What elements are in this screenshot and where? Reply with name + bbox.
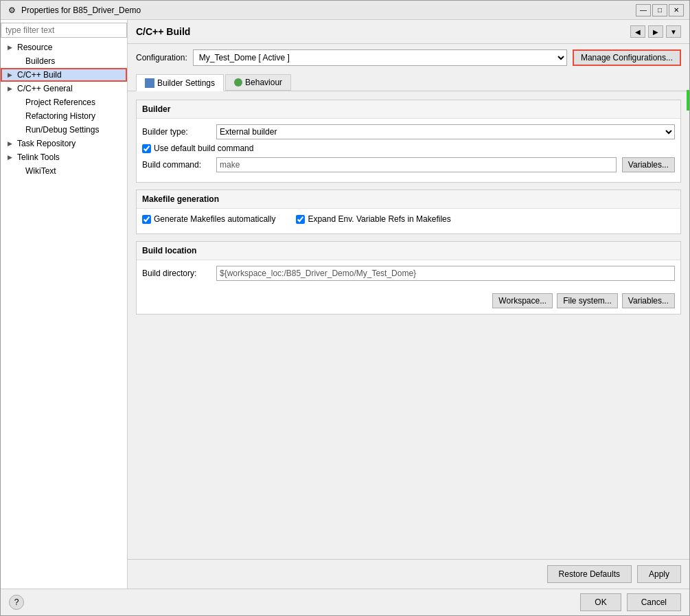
location-buttons: Workspace... File system... Variables... <box>137 290 680 314</box>
green-bar-indicator <box>687 90 689 111</box>
help-button[interactable]: ? <box>9 595 24 610</box>
expand-env-label: Expand Env. Variable Refs in Makefiles <box>308 214 450 224</box>
use-default-row: Use default build command <box>142 144 675 153</box>
cancel-button[interactable]: Cancel <box>627 593 681 611</box>
sidebar-item-label: Task Repository <box>17 139 76 148</box>
minimize-button[interactable]: — <box>636 4 651 16</box>
expand-icon: ▶ <box>8 44 14 51</box>
sidebar-item-refactoring-history[interactable]: Refactoring History <box>1 109 127 123</box>
builder-section-body: Builder type: External builder Use defau… <box>137 119 680 182</box>
makefile-section-body: Generate Makefiles automatically Expand … <box>137 209 680 233</box>
tab-builder-settings-label: Builder Settings <box>157 78 215 88</box>
config-select[interactable]: My_Test_Dome [ Active ] <box>193 49 567 66</box>
build-directory-input[interactable] <box>216 266 675 281</box>
workspace-button[interactable]: Workspace... <box>492 293 553 308</box>
sidebar-item-builders[interactable]: Builders <box>1 54 127 68</box>
restore-defaults-button[interactable]: Restore Defaults <box>547 565 632 583</box>
back-button[interactable]: ◀ <box>630 25 645 38</box>
search-input[interactable] <box>1 23 127 38</box>
expand-env-row: Expand Env. Variable Refs in Makefiles <box>296 214 450 224</box>
sidebar-item-project-references[interactable]: Project References <box>1 95 127 109</box>
use-default-checkbox[interactable] <box>142 144 151 153</box>
tab-bar: Builder Settings Behaviour <box>128 71 689 91</box>
spacer <box>16 126 23 133</box>
behaviour-icon <box>234 78 242 87</box>
build-location-header: Build location <box>137 242 680 260</box>
build-directory-label: Build directory: <box>142 269 211 278</box>
build-directory-row: Build directory: <box>142 266 675 281</box>
file-system-button[interactable]: File system... <box>557 293 618 308</box>
spacer <box>16 168 23 174</box>
sidebar-item-task-repository[interactable]: ▶ Task Repository <box>1 137 127 150</box>
window-icon: ⚙ <box>6 5 17 16</box>
build-command-input[interactable] <box>216 157 617 172</box>
close-button[interactable]: ✕ <box>669 4 684 16</box>
config-label: Configuration: <box>136 53 187 62</box>
config-row: Configuration: My_Test_Dome [ Active ] M… <box>128 44 689 71</box>
builder-settings-icon <box>145 78 154 88</box>
tab-builder-settings[interactable]: Builder Settings <box>136 74 224 91</box>
makefile-checkboxes: Generate Makefiles automatically Expand … <box>142 214 675 228</box>
sidebar-item-label: Project References <box>25 98 95 107</box>
variables-button-location[interactable]: Variables... <box>622 293 675 308</box>
sidebar-item-resource[interactable]: ▶ Resource <box>1 41 127 54</box>
forward-button[interactable]: ▶ <box>648 25 663 38</box>
variables-button-build[interactable]: Variables... <box>622 157 675 172</box>
generate-makefiles-row: Generate Makefiles automatically <box>142 214 275 224</box>
makefile-section-header: Makefile generation <box>137 190 680 209</box>
down-button[interactable]: ▼ <box>666 25 681 38</box>
expand-env-checkbox[interactable] <box>296 215 305 224</box>
expand-icon: ▶ <box>8 154 14 161</box>
ok-cancel-group: OK Cancel <box>580 593 681 611</box>
spacer <box>16 99 23 106</box>
manage-configurations-button[interactable]: Manage Configurations... <box>573 49 681 66</box>
build-command-row: Build command: Variables... <box>142 157 675 172</box>
sidebar: ▶ Resource Builders ▶ C/C++ Build ▶ C/C+… <box>1 20 128 589</box>
expand-icon-active: ▶ <box>8 71 14 78</box>
tab-behaviour[interactable]: Behaviour <box>225 74 291 91</box>
title-bar: ⚙ Properties for B85_Driver_Demo — □ ✕ <box>1 1 689 20</box>
spacer <box>16 58 23 65</box>
builder-section-header: Builder <box>137 100 680 119</box>
expand-icon: ▶ <box>8 140 14 147</box>
sidebar-item-run-debug-settings[interactable]: Run/Debug Settings <box>1 123 127 137</box>
generate-makefiles-label: Generate Makefiles automatically <box>154 214 275 224</box>
build-location-section: Build location Build directory: Workspac… <box>136 241 681 315</box>
builder-type-label: Builder type: <box>142 127 211 137</box>
window-title: Properties for B85_Driver_Demo <box>21 5 632 15</box>
makefile-section: Makefile generation Generate Makefiles a… <box>136 190 681 234</box>
nav-arrows: ◀ ▶ ▼ <box>630 25 681 38</box>
sidebar-item-label: Builders <box>25 56 55 66</box>
main-title: C/C++ Build <box>136 26 190 37</box>
sidebar-item-label: Run/Debug Settings <box>25 125 99 135</box>
build-location-body: Build directory: <box>137 260 680 290</box>
expand-icon: ▶ <box>8 85 14 92</box>
spacer <box>16 113 23 119</box>
sidebar-item-telink-tools[interactable]: ▶ Telink Tools <box>1 150 127 164</box>
dialog-bottom: ? OK Cancel <box>1 589 689 615</box>
sidebar-item-label: C/C++ General <box>17 84 73 93</box>
builder-type-select[interactable]: External builder <box>216 124 675 139</box>
window-controls: — □ ✕ <box>636 4 684 16</box>
generate-makefiles-checkbox[interactable] <box>142 215 151 224</box>
bottom-bar: Restore Defaults Apply <box>128 559 689 589</box>
sidebar-item-label: Telink Tools <box>17 152 60 162</box>
use-default-label: Use default build command <box>154 144 253 153</box>
builder-section: Builder Builder type: External builder U… <box>136 100 681 183</box>
tab-behaviour-label: Behaviour <box>245 78 282 87</box>
main-panel: C/C++ Build ◀ ▶ ▼ Configuration: My_Test… <box>128 20 689 589</box>
sidebar-item-cpp-general[interactable]: ▶ C/C++ General <box>1 82 127 95</box>
sidebar-item-label: Resource <box>17 43 52 52</box>
maximize-button[interactable]: □ <box>652 4 667 16</box>
build-command-label: Build command: <box>142 160 211 170</box>
panel-content: Builder Builder type: External builder U… <box>128 91 689 559</box>
sidebar-item-wikitext[interactable]: WikiText <box>1 164 127 178</box>
ok-button[interactable]: OK <box>580 593 621 611</box>
sidebar-item-cpp-build[interactable]: ▶ C/C++ Build <box>1 68 127 82</box>
apply-button[interactable]: Apply <box>637 565 681 583</box>
builder-type-row: Builder type: External builder <box>142 124 675 139</box>
sidebar-item-label: WikiText <box>25 166 56 176</box>
sidebar-item-label: C/C++ Build <box>17 70 62 80</box>
sidebar-item-label: Refactoring History <box>25 111 95 121</box>
main-header: C/C++ Build ◀ ▶ ▼ <box>128 20 689 44</box>
